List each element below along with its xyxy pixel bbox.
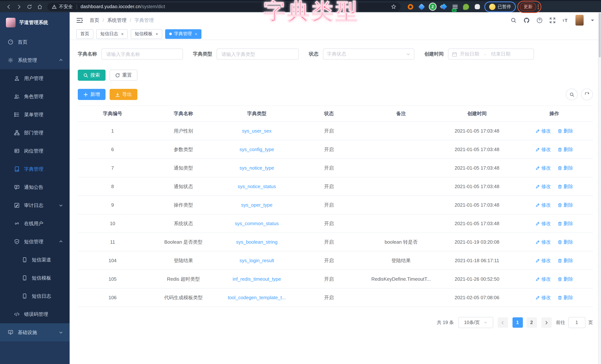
close-icon[interactable]: × (156, 31, 158, 37)
dict-type-input[interactable] (221, 51, 295, 57)
edit-link[interactable]: 修改 (535, 128, 551, 134)
next-page-button[interactable] (541, 317, 551, 328)
dict-type-link[interactable]: sys_login_result (240, 258, 274, 263)
avatar-caret-icon[interactable] (591, 18, 594, 22)
fullscreen-icon[interactable] (550, 17, 555, 23)
sidebar-item-post[interactable]: 岗位管理 (0, 142, 70, 160)
sidebar-item-audit-log[interactable]: 审计日志 (0, 196, 70, 214)
dict-type-link[interactable]: sys_config_type (240, 147, 274, 152)
goto-page-input[interactable] (568, 317, 585, 328)
toggle-search-button[interactable] (566, 89, 578, 100)
page-size-select[interactable]: 10条/页 (458, 317, 493, 328)
edit-link[interactable]: 修改 (535, 146, 551, 153)
export-button[interactable]: 导出 (110, 89, 137, 100)
edit-link[interactable]: 修改 (535, 220, 551, 227)
extension-list-switch-icon[interactable]: on (451, 3, 459, 10)
reset-button[interactable]: 重置 (110, 70, 137, 81)
delete-link[interactable]: 删除 (558, 276, 573, 282)
sidebar-item-sms[interactable]: 短信管理 (0, 233, 70, 251)
extension-green-leaf-icon[interactable] (462, 3, 470, 10)
sidebar-item-home[interactable]: 首页 (0, 33, 70, 51)
sidebar-item-menu[interactable]: 菜单管理 (0, 106, 70, 124)
remark-cell (364, 177, 438, 196)
tab-字典管理[interactable]: 字典管理× (165, 29, 201, 39)
sidebar-item-dict[interactable]: 字典管理 (0, 160, 70, 178)
dict-name-input[interactable] (106, 51, 179, 57)
browser-profile-chip[interactable]: 已暂停 (486, 3, 514, 10)
sidebar-item-error-code[interactable]: 错误码管理 (0, 305, 70, 323)
extension-blue-diamond-icon[interactable] (440, 3, 448, 10)
site-security-label[interactable]: 不安全 (52, 3, 73, 10)
dict-type-link[interactable]: sys_oper_type (241, 202, 272, 208)
status-select[interactable]: 字典状态 (323, 49, 414, 60)
scrollbar-thumb[interactable] (599, 13, 601, 57)
browser-forward-button[interactable] (14, 2, 24, 11)
tab-首页[interactable]: 首页 (76, 29, 93, 39)
github-icon[interactable] (524, 17, 530, 23)
sidebar-item-system[interactable]: 系统管理 (0, 51, 70, 69)
dict-type-link[interactable]: sys_notice_status (238, 184, 276, 189)
breadcrumb-item[interactable]: 首页 (90, 17, 99, 23)
edit-link[interactable]: 修改 (535, 276, 551, 282)
extension-blue-gem-icon[interactable] (418, 3, 425, 10)
close-icon[interactable]: × (121, 31, 124, 37)
browser-menu-icon[interactable] (538, 4, 539, 9)
help-icon[interactable] (537, 17, 542, 23)
sidebar-item-sms-channel[interactable]: 短信渠道 (0, 251, 70, 269)
delete-link[interactable]: 删除 (558, 220, 573, 227)
edit-link[interactable]: 修改 (535, 165, 551, 171)
sidebar-item-dept[interactable]: 部门管理 (0, 124, 70, 142)
delete-link[interactable]: 删除 (558, 146, 573, 153)
prev-page-button[interactable] (498, 317, 508, 328)
edit-link[interactable]: 修改 (535, 294, 551, 301)
font-size-icon[interactable]: TT (562, 17, 568, 23)
delete-link[interactable]: 删除 (558, 128, 573, 134)
browser-home-button[interactable] (35, 2, 44, 11)
browser-back-button[interactable] (4, 2, 13, 11)
browser-reload-button[interactable] (24, 2, 34, 11)
sidebar-item-sms-log[interactable]: 短信日志 (0, 287, 70, 305)
chrome-update-button[interactable]: 更新 (520, 2, 536, 11)
edit-link[interactable]: 修改 (535, 239, 551, 245)
edit-link[interactable]: 修改 (535, 183, 551, 190)
user-avatar[interactable] (575, 15, 584, 26)
sidebar-collapse-icon[interactable] (76, 17, 83, 23)
extension-green-circle-icon[interactable]: Z (429, 3, 437, 10)
dict-type-link[interactable]: sys_notice_type (240, 165, 274, 171)
delete-link[interactable]: 删除 (558, 165, 573, 171)
page-button-1[interactable]: 1 (512, 317, 523, 328)
dict-type-link[interactable]: sys_user_sex (242, 128, 271, 134)
delete-link[interactable]: 删除 (558, 202, 573, 208)
dict-type-link[interactable]: sys_boolean_string (236, 239, 278, 245)
dict-type-link[interactable]: sys_common_status (235, 221, 279, 226)
extension-orange-ring-icon[interactable] (407, 3, 414, 10)
sidebar-item-user[interactable]: 用户管理 (0, 69, 70, 87)
sidebar-item-online-user[interactable]: 在线用户 (0, 214, 70, 233)
edit-link[interactable]: 修改 (535, 202, 551, 208)
sidebar-item-sms-template[interactable]: 短信模板 (0, 269, 70, 287)
search-icon[interactable] (511, 17, 517, 23)
refresh-table-button[interactable] (581, 89, 593, 100)
dict-type-link[interactable]: tool_codegen_template_t... (228, 295, 286, 300)
delete-link[interactable]: 删除 (558, 257, 573, 264)
tab-短信模板[interactable]: 短信模板× (131, 29, 162, 39)
close-icon[interactable]: × (195, 31, 197, 37)
breadcrumb-item[interactable]: 系统管理 (107, 17, 126, 23)
dict-type-link[interactable]: inf_redis_timeout_type (232, 276, 281, 282)
extension-puzzle-icon[interactable] (473, 3, 481, 10)
delete-link[interactable]: 删除 (558, 239, 573, 245)
tab-短信日志[interactable]: 短信日志× (96, 29, 128, 39)
browser-scrollbar[interactable] (598, 12, 601, 364)
add-button[interactable]: 新增 (78, 89, 106, 100)
bookmark-star-icon[interactable] (391, 4, 396, 9)
page-button-2[interactable]: 2 (526, 317, 537, 328)
app-logo-row[interactable]: 芋道管理系统 (0, 12, 70, 33)
date-range-picker[interactable]: 开始日期 - 结束日期 (448, 49, 534, 60)
sidebar-item-role[interactable]: 角色管理 (0, 87, 70, 106)
sidebar-item-notice[interactable]: 通知公告 (0, 178, 70, 196)
delete-link[interactable]: 删除 (558, 294, 573, 301)
sidebar-item-infra[interactable]: 基础设施 (0, 323, 70, 341)
search-button[interactable]: 搜索 (78, 70, 106, 81)
edit-link[interactable]: 修改 (535, 257, 551, 264)
delete-link[interactable]: 删除 (558, 183, 573, 190)
